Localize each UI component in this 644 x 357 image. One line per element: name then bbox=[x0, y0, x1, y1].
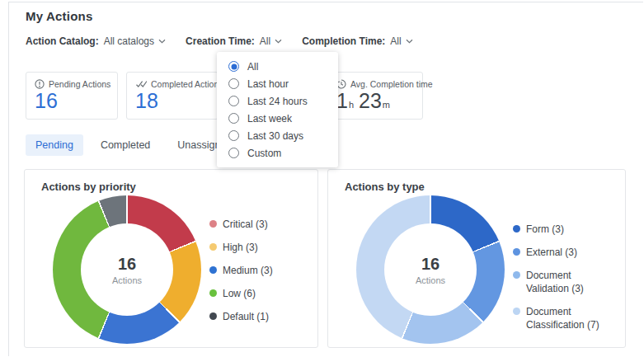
tab-pending[interactable]: Pending bbox=[26, 134, 83, 156]
panel-title: Actions by type bbox=[345, 181, 425, 193]
page-title: My Actions bbox=[26, 9, 92, 23]
legend-dot bbox=[513, 248, 520, 256]
legend-label: Default (1) bbox=[223, 310, 269, 323]
legend-item-critical[interactable]: Critical (3) bbox=[209, 218, 302, 231]
stat-label: Avg. Completion time bbox=[350, 79, 433, 89]
donut-center-value: 16 bbox=[421, 255, 440, 274]
legend-item-low[interactable]: Low (6) bbox=[209, 287, 302, 300]
legend-label: Critical (3) bbox=[223, 218, 268, 231]
panel-title: Actions by priority bbox=[41, 181, 136, 193]
panel-actions-by-priority: Actions by priority 16 Actions Critical … bbox=[24, 169, 318, 348]
dropdown-option-label: Last 24 hours bbox=[247, 96, 308, 107]
legend-type: Form (3) External (3) Document Validatio… bbox=[513, 223, 605, 331]
hours-unit: h bbox=[349, 100, 354, 110]
donut-center: 16 Actions bbox=[384, 223, 477, 316]
dropdown-option-last-24-hours[interactable]: Last 24 hours bbox=[217, 92, 338, 110]
radio-icon bbox=[228, 61, 239, 72]
legend-item-default[interactable]: Default (1) bbox=[209, 310, 302, 323]
dropdown-option-label: Last hour bbox=[247, 78, 289, 90]
filter-value: All bbox=[390, 35, 401, 47]
alert-circle-icon bbox=[35, 79, 45, 89]
legend-label: Form (3) bbox=[526, 223, 564, 236]
legend-item-document-classification[interactable]: Document Classification (7) bbox=[513, 305, 605, 331]
legend-dot bbox=[209, 243, 217, 251]
stat-card-completed-actions: Completed Actions 18 bbox=[126, 72, 219, 120]
dropdown-option-all[interactable]: All bbox=[217, 58, 338, 75]
radio-icon bbox=[228, 78, 239, 89]
tab-completed[interactable]: Completed bbox=[91, 134, 160, 156]
legend-item-external[interactable]: External (3) bbox=[513, 246, 605, 259]
dropdown-option-last-hour[interactable]: Last hour bbox=[217, 75, 338, 92]
stat-value: 16 bbox=[35, 90, 109, 113]
legend-dot bbox=[513, 271, 520, 279]
radio-icon bbox=[228, 96, 239, 106]
legend-dot bbox=[513, 225, 520, 233]
filter-creation-time: Creation Time: All bbox=[186, 35, 282, 47]
legend-dot bbox=[209, 289, 217, 297]
completion-time-dropdown: All Last hour Last 24 hours Last week La… bbox=[217, 52, 338, 167]
dropdown-option-label: Custom bbox=[247, 148, 281, 159]
minutes-unit: m bbox=[383, 100, 390, 110]
legend-dot bbox=[513, 308, 520, 315]
legend-label: External (3) bbox=[526, 246, 577, 259]
legend-item-medium[interactable]: Medium (3) bbox=[209, 264, 302, 277]
dropdown-option-label: Last week bbox=[247, 113, 292, 124]
content-area: My Actions Action Catalog: All catalogs … bbox=[8, 2, 643, 356]
dropdown-option-last-30-days[interactable]: Last 30 days bbox=[217, 127, 338, 144]
creation-time-select[interactable]: All bbox=[260, 35, 282, 47]
panel-actions-by-type: Actions by type 16 Actions Form (3) Exte… bbox=[327, 169, 626, 348]
stat-card-pending-actions: Pending Actions 16 bbox=[26, 72, 118, 120]
legend-item-high[interactable]: High (3) bbox=[209, 241, 302, 254]
legend-label: Low (6) bbox=[223, 287, 256, 300]
filter-label: Action Catalog: bbox=[26, 35, 99, 47]
radio-icon bbox=[228, 113, 239, 124]
filter-value: All bbox=[260, 35, 270, 47]
legend-label: High (3) bbox=[223, 241, 258, 254]
stat-value: 18 bbox=[135, 90, 209, 113]
stat-label: Completed Actions bbox=[151, 79, 223, 89]
completion-time-select[interactable]: All bbox=[390, 35, 412, 47]
minutes-value: 23 bbox=[359, 90, 382, 113]
donut-center: 16 Actions bbox=[81, 223, 173, 316]
legend-item-form[interactable]: Form (3) bbox=[513, 223, 605, 236]
chevron-down-icon bbox=[154, 39, 166, 44]
radio-icon bbox=[228, 130, 239, 141]
double-check-icon bbox=[135, 80, 147, 88]
dropdown-option-label: All bbox=[247, 61, 258, 73]
filter-action-catalog: Action Catalog: All catalogs bbox=[26, 35, 166, 47]
radio-icon bbox=[228, 148, 239, 158]
filter-label: Completion Time: bbox=[302, 35, 385, 47]
legend-label: Document Classification (7) bbox=[526, 305, 605, 331]
stat-label: Pending Actions bbox=[49, 79, 110, 89]
dropdown-option-label: Last 30 days bbox=[247, 130, 303, 142]
legend-priority: Critical (3) High (3) Medium (3) Low (6)… bbox=[209, 218, 302, 323]
donut-chart-priority[interactable]: 16 Actions bbox=[53, 195, 201, 344]
legend-label: Document Validation (3) bbox=[526, 269, 605, 295]
legend-item-document-validation[interactable]: Document Validation (3) bbox=[513, 269, 605, 295]
filter-bar: Action Catalog: All catalogs Creation Ti… bbox=[26, 35, 413, 47]
donut-center-label: Actions bbox=[112, 275, 142, 285]
filter-label: Creation Time: bbox=[186, 35, 255, 47]
stat-value: 1h23m bbox=[336, 90, 414, 113]
donut-center-label: Actions bbox=[416, 275, 445, 285]
filter-value: All catalogs bbox=[104, 35, 154, 47]
chevron-down-icon bbox=[402, 39, 413, 44]
legend-dot bbox=[209, 266, 217, 274]
dropdown-option-last-week[interactable]: Last week bbox=[217, 110, 338, 127]
action-catalog-select[interactable]: All catalogs bbox=[104, 35, 166, 47]
hours-value: 1 bbox=[336, 90, 348, 113]
legend-dot bbox=[209, 220, 217, 228]
tab-bar: Pending Completed Unassigned bbox=[26, 134, 242, 156]
stat-card-avg-completion-time: Avg. Completion time 1h23m bbox=[327, 72, 423, 120]
dropdown-option-custom[interactable]: Custom bbox=[217, 144, 338, 162]
filter-completion-time: Completion Time: All bbox=[302, 35, 412, 47]
donut-center-value: 16 bbox=[118, 255, 136, 274]
legend-dot bbox=[209, 312, 217, 320]
chevron-down-icon bbox=[270, 39, 282, 44]
legend-label: Medium (3) bbox=[223, 264, 273, 277]
donut-chart-type[interactable]: 16 Actions bbox=[356, 195, 505, 344]
